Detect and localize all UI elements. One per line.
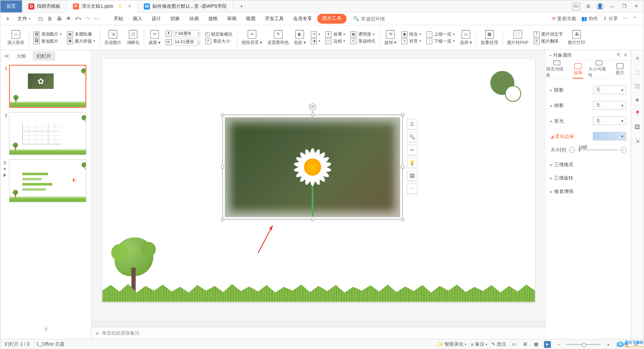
combine-button[interactable]: ▣组合▾ [401, 31, 421, 37]
slide-canvas[interactable]: ⟳ [102, 59, 535, 302]
prop-3d-format[interactable]: ▸三维格式 [550, 158, 627, 171]
sidebar-tab-slides[interactable]: 幻灯片 [33, 51, 55, 60]
clarify-button[interactable]: ◫清晰化 [127, 30, 140, 45]
sidebar-tab-outline[interactable]: 大纲 [12, 51, 30, 60]
calendar-icon[interactable]: 2|1 [572, 2, 580, 10]
collapse-icon[interactable]: ≪ [4, 53, 10, 59]
contrast-button[interactable]: ◑▾ [311, 38, 320, 44]
soft-select[interactable]: ▾ [593, 132, 627, 141]
remove-bg-button[interactable]: ✂抠除背景 ▾ [241, 30, 262, 45]
annotate-toggle[interactable]: ✎批注 [491, 341, 506, 348]
prop-tab-image[interactable]: 图片 [609, 60, 631, 78]
handle-tm[interactable] [311, 113, 314, 116]
menu-design[interactable]: 设计 [147, 14, 165, 23]
ctx-more-button[interactable]: ⋯ [407, 184, 417, 194]
glow-select[interactable]: 无▾ [593, 116, 627, 125]
ctx-zoom-button[interactable]: 🔍 [407, 132, 417, 142]
bright-button[interactable]: ☀▾ [311, 31, 320, 37]
shadow-select[interactable]: 无▾ [593, 86, 627, 94]
h-scrollbar[interactable] [92, 321, 546, 327]
close-icon[interactable]: ✕ [128, 4, 131, 9]
pin-icon[interactable]: ⇱ [617, 52, 621, 58]
add-slide-button[interactable]: ＋ [42, 323, 50, 335]
handle-tr[interactable] [401, 113, 405, 116]
close-window-icon[interactable]: ✕ [632, 2, 640, 10]
change-image-button[interactable]: 🖼更改图片 [34, 38, 58, 44]
view-sorter-icon[interactable]: ⊞ [522, 341, 528, 348]
prop-tab-effect[interactable]: 效果 [567, 60, 588, 78]
prop-glow[interactable]: ▸发光无▾ [550, 113, 627, 129]
size-plus[interactable]: + [621, 147, 627, 153]
menu-animation[interactable]: 动画 [185, 14, 203, 23]
prop-shadow[interactable]: ▸阴影无▾ [550, 82, 627, 97]
update-fail[interactable]: ⟳更新失败 [552, 15, 576, 22]
prop-tab-size[interactable]: 大小与属性 [588, 60, 609, 78]
reset-style-button[interactable]: ↺重设样式 [351, 38, 375, 44]
rail-layers-icon[interactable]: ◫ [634, 82, 641, 90]
prop-tab-fill[interactable]: 填充与线条 [546, 60, 567, 78]
zoom-in-icon[interactable]: + [605, 341, 611, 348]
print-icon[interactable]: 🖶 [55, 15, 63, 22]
reflect-select[interactable]: 无▾ [593, 101, 627, 110]
play-button[interactable]: ▶ [544, 341, 551, 348]
file-menu[interactable]: 文件▾ [13, 15, 35, 23]
view-reading-icon[interactable]: ▦ [533, 341, 539, 348]
lock-ratio-checkbox[interactable]: ✓锁定纵横比 [205, 31, 233, 37]
zoom-out-icon[interactable]: − [555, 341, 562, 348]
more-icon[interactable]: ⋯ [623, 16, 628, 21]
minimize-icon[interactable]: — [608, 2, 616, 10]
border-button[interactable]: ▭边框▾ [326, 38, 345, 44]
tab-help[interactable]: W 如何修改图片默认...堂 -源WPS学院 [138, 0, 233, 12]
rail-collapse-icon[interactable]: ≡ [634, 55, 641, 62]
menu-view[interactable]: 视图 [242, 14, 260, 23]
apps-icon[interactable]: ⊞ [584, 2, 592, 10]
coop-button[interactable]: 👥协作 [581, 15, 598, 22]
tab-templates[interactable]: D 找稻壳模板 [22, 0, 67, 12]
rotate-button[interactable]: ⟲旋转 ▾ [384, 30, 396, 45]
handle-ml[interactable] [221, 165, 224, 169]
preview-icon[interactable]: 👁 [65, 15, 72, 22]
img-print-button[interactable]: 🖶图片打印 [568, 30, 585, 45]
img-to-text-button[interactable]: T图片转文字 [534, 31, 563, 37]
zoom-value[interactable]: 100% [616, 342, 628, 347]
view-normal-icon[interactable]: ▭ [511, 341, 517, 348]
menu-transition[interactable]: 切换 [166, 14, 184, 23]
ctx-idea-button[interactable]: 💡 [407, 158, 417, 168]
undo-icon[interactable]: ↶▾ [74, 15, 82, 22]
compress-button[interactable]: ⇲压缩图片 [104, 30, 121, 45]
ctx-image-button[interactable]: 🖼 [407, 170, 417, 181]
slide-thumb-3[interactable]: ◧ [9, 159, 86, 202]
menu-picture-tools[interactable]: 图片工具 [317, 14, 346, 23]
height-input[interactable]: ⬍7.88厘米▴▾ [166, 30, 200, 37]
search-env[interactable]: 🔍 [353, 16, 404, 21]
menu-insert[interactable]: 插入 [128, 14, 147, 23]
reset-size-button[interactable]: ↺重设大小 [205, 38, 230, 44]
slide-thumb-1[interactable] [9, 65, 86, 108]
tab-document[interactable]: P 演示文稿1.pptx ⚠ ✕ [67, 0, 138, 12]
img-translate-button[interactable]: 文图片翻译 [534, 38, 558, 44]
notes-toggle[interactable]: ≡备注▾ [471, 341, 487, 348]
cut-icon[interactable]: ✂▾ [93, 15, 101, 22]
image-join-button[interactable]: ▦图片拼接▾ [67, 38, 95, 44]
open-icon[interactable]: 🗀 [37, 15, 44, 22]
size-minus[interactable]: − [569, 147, 575, 153]
fit-icon[interactable]: ⊡ [632, 341, 639, 348]
prop-repair[interactable]: ▸修复增强 [550, 185, 627, 198]
handle-bm[interactable] [311, 218, 314, 221]
redo-icon[interactable]: ↷ [84, 15, 92, 22]
size-slider[interactable] [577, 149, 618, 150]
prop-soft-edge[interactable]: ◢柔化边缘▾ [550, 129, 627, 144]
handle-tl[interactable] [221, 113, 224, 116]
img-to-pdf-button[interactable]: 📄图片转PDF [507, 30, 529, 45]
prop-reflect[interactable]: ▸倒影无▾ [550, 98, 627, 113]
effect-button[interactable]: ✦效果▾ [326, 31, 345, 37]
notes-bar[interactable]: ≡ 单击此处添加备注 [92, 327, 546, 339]
handle-bl[interactable] [221, 218, 224, 221]
menu-member[interactable]: 会员专享 [289, 14, 316, 23]
batch-button[interactable]: ▦批量处理 [481, 30, 498, 45]
rail-anim-icon[interactable]: ◈ [634, 96, 641, 103]
add-image-button[interactable]: 🖼添加图片▾ [34, 31, 62, 37]
align-button[interactable]: ≡对齐▾ [401, 38, 421, 44]
share-button[interactable]: ⇪分享 [603, 15, 618, 22]
insert-shape-button[interactable]: ◇插入形状 [7, 30, 24, 45]
